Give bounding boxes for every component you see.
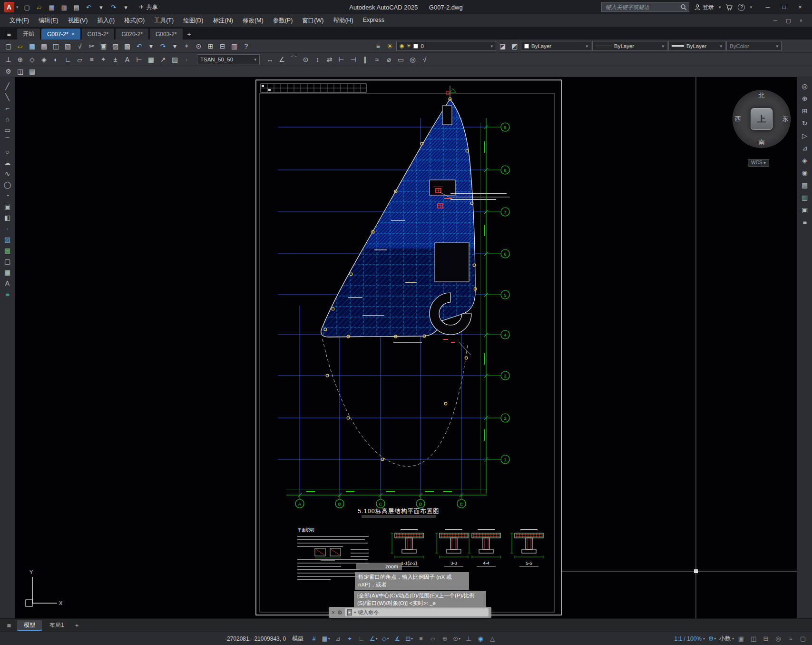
graphics-performance[interactable]: ≈: [785, 634, 796, 644]
infer-constraints[interactable]: ⊿: [333, 634, 343, 644]
save-as[interactable]: ▥: [59, 2, 69, 12]
menu-item[interactable]: 参数(P): [268, 17, 298, 25]
layout-tab[interactable]: 布局1: [43, 620, 71, 631]
3d-views[interactable]: ◈: [39, 54, 49, 65]
vertical-dimension[interactable]: ↕: [312, 54, 323, 65]
view-controls[interactable]: ◈: [799, 155, 811, 166]
doc-minimize-button[interactable]: ─: [773, 18, 777, 24]
ucs-world[interactable]: ⊕: [15, 54, 26, 65]
mleader-style[interactable]: ↗: [157, 54, 168, 65]
count-panel[interactable]: ≡: [799, 217, 811, 228]
drawing-canvas[interactable]: 9 8 7 6: [15, 77, 797, 618]
workspace-switch[interactable]: ⚙: [3, 66, 14, 77]
hatch[interactable]: ▨: [2, 234, 13, 245]
region[interactable]: ▢: [2, 256, 13, 267]
isolate-objects[interactable]: ◎: [773, 634, 783, 644]
list[interactable]: ≡: [86, 54, 97, 65]
polyline[interactable]: ⌐: [2, 103, 13, 113]
redo[interactable]: ↷: [109, 2, 118, 12]
lineweight-display[interactable]: ≡: [416, 634, 426, 644]
wcs-selector[interactable]: WCS ▾: [748, 159, 769, 167]
ortho-mode[interactable]: ∟: [356, 634, 367, 644]
open-file[interactable]: ▱: [35, 2, 44, 12]
palettes[interactable]: ▤: [27, 66, 38, 77]
menu-item[interactable]: 文件(F): [5, 17, 34, 25]
plot-preview[interactable]: ◫: [50, 40, 61, 51]
command-history-caret-icon[interactable]: ▾: [354, 610, 356, 615]
layer-combo[interactable]: ◉ ☀ 0: [396, 41, 496, 51]
3d-object-snap[interactable]: ⊙: [451, 634, 462, 644]
line[interactable]: ╱: [2, 81, 13, 91]
lineweight-combo[interactable]: ByLayer: [668, 41, 725, 51]
menu-item[interactable]: 编辑(E): [34, 17, 63, 25]
command-tools-icon[interactable]: ⚙: [337, 609, 342, 616]
cart-icon[interactable]: [725, 4, 733, 11]
menu-item[interactable]: 格式(O): [119, 17, 149, 25]
sign-in-button[interactable]: 登录: [694, 3, 714, 11]
revision-cloud[interactable]: ☁: [2, 158, 13, 168]
new-tab-button[interactable]: +: [184, 29, 195, 40]
app-menu-caret-icon[interactable]: ▾: [16, 5, 19, 10]
angular-dimension[interactable]: ∠: [276, 54, 287, 65]
plot[interactable]: ▤: [39, 40, 49, 51]
layer-properties[interactable]: ≡: [372, 40, 383, 51]
ellipse-arc[interactable]: ◔: [2, 190, 13, 201]
rectangle[interactable]: ▭: [2, 125, 13, 135]
diameter-dimension[interactable]: ⊙: [300, 54, 311, 65]
new-file[interactable]: ▢: [22, 2, 32, 12]
file-tab[interactable]: 开始: [17, 29, 40, 40]
construction-line[interactable]: ╲: [2, 92, 13, 102]
pan-tool[interactable]: ⊕: [799, 93, 811, 104]
doc-restore-button[interactable]: ▢: [786, 18, 791, 24]
copy[interactable]: ▣: [98, 40, 109, 51]
isometric-drafting[interactable]: ◇: [380, 634, 391, 644]
ucs-icon-toggle[interactable]: ⊿: [799, 143, 811, 153]
spell-check[interactable]: √: [74, 40, 85, 51]
table-style[interactable]: ▦: [146, 54, 157, 65]
show-motion[interactable]: ▷: [799, 130, 811, 141]
text-style-combo[interactable]: TSAN_50_50: [197, 54, 260, 64]
plot-style[interactable]: ▨: [169, 54, 180, 65]
menu-item[interactable]: 工具(T): [149, 17, 178, 25]
match-properties[interactable]: ▩: [122, 40, 133, 51]
blocks-panel[interactable]: ▣: [799, 205, 811, 215]
measure-distance[interactable]: ∟: [62, 54, 73, 65]
check[interactable]: √: [419, 54, 430, 65]
compass-north-label[interactable]: 北: [733, 91, 791, 100]
orbit[interactable]: ↻: [799, 118, 811, 129]
point-style[interactable]: ∙: [181, 54, 192, 65]
gradient[interactable]: ▩: [2, 245, 13, 256]
doc-close-button[interactable]: ×: [800, 18, 802, 24]
dimension-style[interactable]: ⊢: [134, 54, 145, 65]
zoom-extents[interactable]: ⊞: [799, 106, 811, 116]
ucs[interactable]: ⊥: [3, 54, 14, 65]
new-layout-button[interactable]: +: [72, 620, 82, 631]
create-block[interactable]: ◧: [2, 212, 13, 223]
point[interactable]: ∙: [2, 223, 13, 234]
maximize-button[interactable]: □: [776, 0, 792, 14]
plot[interactable]: ▤: [72, 2, 81, 12]
new-file[interactable]: ▢: [3, 40, 14, 51]
menu-item[interactable]: Express: [358, 17, 389, 23]
menu-item[interactable]: 修改(M): [238, 17, 268, 25]
workspace-switching[interactable]: ⚙: [707, 634, 717, 644]
autoscale[interactable]: △: [487, 634, 498, 644]
file-tab[interactable]: G007-2* ×: [41, 29, 81, 40]
insert-block[interactable]: ▣: [2, 201, 13, 212]
share-button[interactable]: ✈ 共享: [139, 3, 158, 11]
zoom-realtime[interactable]: ⊙: [193, 40, 204, 51]
compass-south-label[interactable]: 南: [733, 138, 791, 147]
center-mark[interactable]: ◎: [407, 54, 418, 65]
grid-display[interactable]: #: [309, 634, 319, 644]
model-space-indicator[interactable]: 模型: [292, 635, 303, 643]
layout-menu-icon[interactable]: ≡: [2, 620, 16, 631]
open-file[interactable]: ▱: [15, 40, 26, 51]
app-logo[interactable]: A: [4, 2, 14, 12]
polygon[interactable]: ⌂: [2, 114, 13, 124]
named-views[interactable]: ◇: [27, 54, 38, 65]
annotation-scale-control[interactable]: 1:1 / 100%: [675, 635, 705, 642]
annotation-monitor[interactable]: ▣: [736, 634, 746, 644]
close-button[interactable]: ×: [792, 0, 808, 14]
menu-item[interactable]: 标注(N): [208, 17, 238, 25]
cut[interactable]: ✂: [86, 40, 97, 51]
